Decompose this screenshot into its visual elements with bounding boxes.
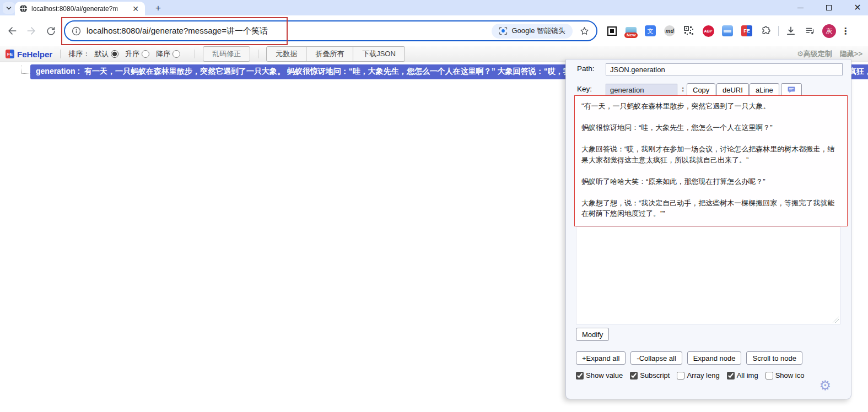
fehelper-logo-icon: FE (6, 50, 14, 58)
sort-desc-radio[interactable]: 降序 (156, 49, 180, 59)
value-display-box[interactable]: "有一天，一只蚂蚁在森林里散步，突然它遇到了一只大象。 蚂蚁很惊讶地问：“哇，大… (574, 95, 848, 226)
array-length-checkbox[interactable]: Array leng (677, 371, 719, 380)
fehelper-brand: FeHelper (17, 50, 52, 59)
profile-avatar[interactable]: 灰 (822, 24, 836, 38)
page-info-icon[interactable] (72, 26, 81, 36)
show-ico-checkbox[interactable]: Show ico (765, 371, 805, 380)
browser-menu-icon[interactable]: ⋮ (841, 26, 850, 36)
display-options: Show value Subscript Array leng All img … (576, 371, 804, 380)
hide-panel-link[interactable]: 隐藏>> (840, 49, 862, 59)
translate-extension-icon[interactable]: 文 (643, 24, 657, 38)
subscript-checkbox[interactable]: Subscript (630, 371, 670, 380)
path-input[interactable] (606, 63, 843, 75)
download-json-button[interactable]: 下载JSON (353, 46, 405, 62)
google-lens-button[interactable]: Google 智能镜头 (492, 24, 573, 39)
markdown-extension-icon[interactable]: md (662, 24, 677, 38)
expand-node-button[interactable]: Expand node (687, 351, 742, 365)
window-close-button[interactable]: ✕ (851, 2, 864, 14)
bookmark-star-icon[interactable] (579, 26, 590, 36)
fix-encoding-button[interactable]: 乱码修正 (203, 46, 250, 62)
tab-search-chevron-icon[interactable] (3, 2, 15, 14)
tab-close-icon[interactable]: ✕ (131, 4, 141, 13)
scroll-to-node-button[interactable]: Scroll to node (746, 351, 802, 365)
reload-button[interactable] (43, 23, 58, 39)
sort-default-radio[interactable]: 默认 (94, 49, 118, 59)
copy-button[interactable]: Copy (687, 83, 715, 96)
all-img-checkbox[interactable]: All img (727, 371, 758, 380)
forward-button[interactable] (24, 23, 39, 39)
show-value-checkbox[interactable]: Show value (576, 371, 623, 380)
collapse-all-button[interactable]: -Collapse all (630, 351, 682, 365)
key-colon: : (682, 85, 684, 93)
collapse-all-button[interactable]: 折叠所有 (306, 46, 353, 62)
new-tab-button[interactable]: + (152, 2, 164, 14)
path-label: Path: (577, 64, 595, 73)
window-minimize-button[interactable] (794, 2, 806, 14)
translate-value-button[interactable] (781, 83, 802, 96)
node-actions: +Expand all -Collapse all Expand node Sc… (576, 351, 802, 365)
tab-strip: localhost:8080/ai/generate?m ✕ + ✕ (0, 0, 868, 15)
toolbar-separator (778, 26, 779, 36)
modify-button[interactable]: Modify (576, 328, 609, 341)
browser-tab[interactable]: localhost:8080/ai/generate?m ✕ (15, 2, 145, 15)
tab-title: localhost:8080/ai/generate?m (31, 5, 127, 13)
key-label: Key: (577, 85, 592, 93)
fehelper-detail-panel: Path: Key: : Copy deURI aLine "有一天，一只蚂蚁在… (565, 59, 851, 399)
media-playlist-icon[interactable] (803, 24, 817, 38)
screenshot-extension-icon[interactable] (605, 24, 619, 38)
qrcode-extension-icon[interactable] (682, 24, 696, 38)
window-maximize-button[interactable] (823, 2, 835, 14)
browser-toolbar: localhost:8080/ai/generate?message=讲一个笑话… (0, 15, 868, 46)
adblock-extension-icon[interactable]: ABP (701, 24, 715, 38)
deuri-button[interactable]: deURI (716, 83, 749, 96)
globe-favicon-icon (19, 4, 28, 13)
fehelper-extension-icon[interactable]: FE (740, 24, 754, 38)
card-extension-icon[interactable] (720, 24, 735, 38)
expand-all-button[interactable]: +Expand all (576, 351, 626, 365)
lens-label: Google 智能镜头 (511, 26, 565, 36)
back-button[interactable] (4, 23, 20, 39)
address-bar[interactable]: localhost:8080/ai/generate?message=讲一个笑话… (64, 20, 597, 41)
advanced-settings-link[interactable]: ⚙高级定制 (797, 49, 832, 59)
downloads-icon[interactable] (784, 24, 798, 38)
sort-asc-radio[interactable]: 升序 (125, 49, 149, 59)
panel-settings-gear-icon[interactable]: ⚙ (819, 378, 831, 393)
extensions-row: New 文 md ABP FE 灰 ⋮ (605, 23, 850, 39)
json-key: generation (36, 67, 76, 75)
aline-button[interactable]: aLine (750, 83, 779, 96)
extensions-puzzle-icon[interactable] (759, 24, 773, 38)
value-edit-textarea[interactable] (576, 226, 840, 324)
key-input[interactable] (606, 84, 677, 96)
sort-label: 排序： (68, 49, 90, 59)
lens-icon (499, 26, 508, 35)
new-badge-extension-icon[interactable]: New (624, 24, 638, 38)
tree-branch-guide (21, 66, 30, 74)
metadata-button[interactable]: 元数据 (266, 46, 306, 62)
url-text[interactable]: localhost:8080/ai/generate?message=讲一个笑话 (87, 26, 492, 36)
speech-translate-icon (787, 86, 796, 94)
